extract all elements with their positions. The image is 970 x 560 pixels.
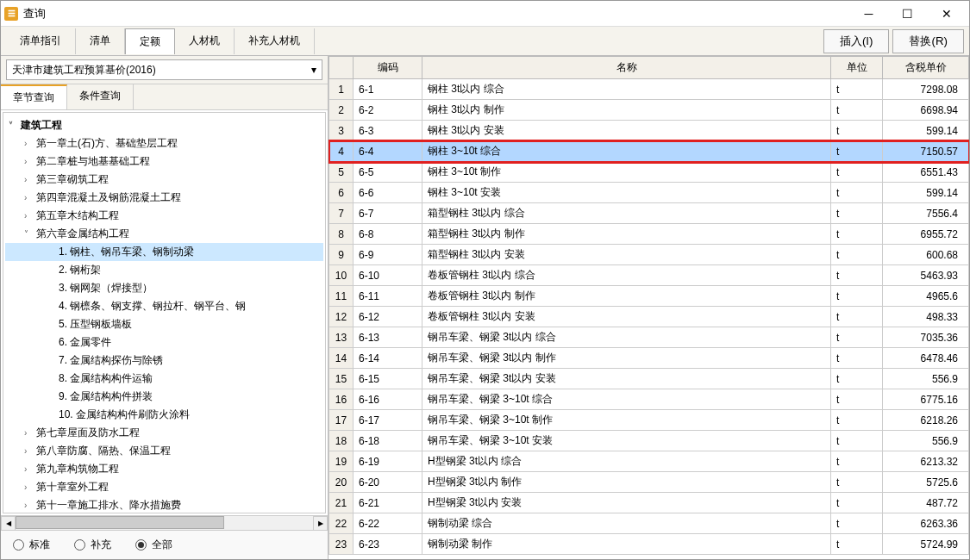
- cell-price[interactable]: 556.9: [883, 369, 969, 389]
- caret-down-icon[interactable]: ˅: [9, 121, 21, 130]
- cell-name[interactable]: 钢制动梁 制作: [422, 534, 831, 555]
- cell-name[interactable]: H型钢梁 3t以内 安装: [422, 493, 831, 513]
- table-row[interactable]: 96-9箱型钢柱 3t以内 安装t600.68: [329, 245, 969, 265]
- radio-2[interactable]: 全部: [135, 538, 172, 552]
- table-row[interactable]: 26-2钢柱 3t以内 制作t6698.94: [329, 100, 969, 121]
- cell-unit[interactable]: t: [831, 410, 883, 431]
- cell-unit[interactable]: t: [831, 327, 883, 348]
- cell-code[interactable]: 6-6: [354, 183, 422, 203]
- cell-unit[interactable]: t: [831, 493, 883, 513]
- cell-unit[interactable]: t: [831, 183, 883, 203]
- cell-price[interactable]: 7298.08: [883, 79, 969, 100]
- cell-name[interactable]: 钢吊车梁、钢梁 3t以内 安装: [422, 369, 831, 389]
- tree-node[interactable]: ›第二章桩与地基基础工程: [5, 152, 323, 171]
- cell-price[interactable]: 487.72: [883, 493, 969, 513]
- cell-name[interactable]: 钢吊车梁、钢梁 3t以内 综合: [422, 327, 831, 348]
- tree-node[interactable]: 8. 金属结构构件运输: [5, 370, 323, 388]
- cell-price[interactable]: 7150.57: [883, 141, 969, 162]
- cell-name[interactable]: 钢柱 3~10t 制作: [422, 162, 831, 183]
- cell-price[interactable]: 599.14: [883, 121, 969, 141]
- cell-code[interactable]: 6-1: [354, 79, 422, 100]
- sub-tab-0[interactable]: 章节查询: [1, 84, 67, 109]
- tree-node[interactable]: 4. 钢檩条、钢支撑、钢拉杆、钢平台、钢: [5, 297, 323, 315]
- cell-code[interactable]: 6-21: [354, 493, 422, 513]
- cell-price[interactable]: 498.33: [883, 307, 969, 327]
- tree-node[interactable]: 3. 钢网架（焊接型）: [5, 279, 323, 297]
- cell-unit[interactable]: t: [831, 286, 883, 307]
- tree-node[interactable]: ›第八章防腐、隔热、保温工程: [5, 442, 323, 460]
- table-row[interactable]: 126-12卷板管钢柱 3t以内 安装t498.33: [329, 307, 969, 327]
- pricebook-dropdown[interactable]: 天津市建筑工程预算基价(2016) ▾: [6, 59, 322, 80]
- cell-name[interactable]: 钢柱 3~10t 综合: [422, 141, 831, 162]
- caret-right-icon[interactable]: ›: [24, 464, 36, 474]
- cell-name[interactable]: 钢柱 3t以内 综合: [422, 79, 831, 100]
- cell-unit[interactable]: t: [831, 100, 883, 121]
- cell-price[interactable]: 5725.6: [883, 472, 969, 493]
- cell-price[interactable]: 6775.16: [883, 389, 969, 410]
- table-row[interactable]: 226-22钢制动梁 综合t6263.36: [329, 513, 969, 534]
- tree-node[interactable]: 6. 金属零件: [5, 333, 323, 352]
- cell-code[interactable]: 6-7: [354, 203, 422, 224]
- cell-name[interactable]: 箱型钢柱 3t以内 安装: [422, 245, 831, 265]
- cell-code[interactable]: 6-5: [354, 162, 422, 183]
- cell-unit[interactable]: t: [831, 369, 883, 389]
- tree-node[interactable]: 2. 钢桁架: [5, 261, 323, 279]
- horizontal-scrollbar[interactable]: ◀ ▶: [1, 515, 328, 530]
- tree-node[interactable]: 9. 金属结构构件拼装: [5, 388, 323, 406]
- table-row[interactable]: 216-21H型钢梁 3t以内 安装t487.72: [329, 493, 969, 513]
- replace-button[interactable]: 替换(R): [892, 29, 964, 53]
- cell-code[interactable]: 6-17: [354, 410, 422, 431]
- cell-unit[interactable]: t: [831, 224, 883, 245]
- cell-name[interactable]: 钢柱 3t以内 安装: [422, 121, 831, 141]
- toolbar-tab-0[interactable]: 清单指引: [6, 28, 76, 54]
- cell-code[interactable]: 6-16: [354, 389, 422, 410]
- cell-name[interactable]: 箱型钢柱 3t以内 综合: [422, 203, 831, 224]
- cell-name[interactable]: 钢吊车梁、钢梁 3~10t 综合: [422, 389, 831, 410]
- caret-right-icon[interactable]: ›: [24, 428, 36, 438]
- caret-right-icon[interactable]: ›: [24, 175, 36, 184]
- caret-right-icon[interactable]: ›: [24, 211, 36, 221]
- maximize-button[interactable]: ☐: [888, 2, 927, 26]
- cell-unit[interactable]: t: [831, 265, 883, 286]
- cell-price[interactable]: 7035.36: [883, 327, 969, 348]
- table-row[interactable]: 76-7箱型钢柱 3t以内 综合t7556.4: [329, 203, 969, 224]
- insert-button[interactable]: 插入(I): [823, 29, 890, 53]
- cell-name[interactable]: 钢柱 3~10t 安装: [422, 183, 831, 203]
- table-row[interactable]: 46-4钢柱 3~10t 综合t7150.57: [329, 141, 969, 162]
- cell-unit[interactable]: t: [831, 472, 883, 493]
- cell-price[interactable]: 6955.72: [883, 224, 969, 245]
- tree-node[interactable]: ˅第六章金属结构工程: [5, 225, 323, 243]
- header-unit[interactable]: 单位: [831, 57, 883, 79]
- table-row[interactable]: 186-18钢吊车梁、钢梁 3~10t 安装t556.9: [329, 431, 969, 451]
- cell-price[interactable]: 7556.4: [883, 203, 969, 224]
- cell-unit[interactable]: t: [831, 245, 883, 265]
- cell-code[interactable]: 6-9: [354, 245, 422, 265]
- toolbar-tab-4[interactable]: 补充人材机: [235, 28, 315, 54]
- table-row[interactable]: 206-20H型钢梁 3t以内 制作t5725.6: [329, 472, 969, 493]
- cell-code[interactable]: 6-15: [354, 369, 422, 389]
- tree-node[interactable]: ˅建筑工程: [5, 116, 323, 134]
- cell-code[interactable]: 6-14: [354, 348, 422, 369]
- cell-name[interactable]: H型钢梁 3t以内 综合: [422, 451, 831, 472]
- tree-node[interactable]: 7. 金属结构探伤与除锈: [5, 352, 323, 370]
- cell-unit[interactable]: t: [831, 431, 883, 451]
- cell-unit[interactable]: t: [831, 389, 883, 410]
- cell-name[interactable]: 钢吊车梁、钢梁 3~10t 安装: [422, 431, 831, 451]
- tree-node[interactable]: 5. 压型钢板墙板: [5, 315, 323, 333]
- cell-code[interactable]: 6-22: [354, 513, 422, 534]
- cell-code[interactable]: 6-2: [354, 100, 422, 121]
- cell-unit[interactable]: t: [831, 141, 883, 162]
- cell-name[interactable]: 钢吊车梁、钢梁 3~10t 制作: [422, 410, 831, 431]
- cell-code[interactable]: 6-20: [354, 472, 422, 493]
- tree-node[interactable]: ›第一章土(石)方、基础垫层工程: [5, 134, 323, 152]
- cell-name[interactable]: 钢柱 3t以内 制作: [422, 100, 831, 121]
- cell-price[interactable]: 6698.94: [883, 100, 969, 121]
- cell-code[interactable]: 6-10: [354, 265, 422, 286]
- cell-unit[interactable]: t: [831, 307, 883, 327]
- cell-price[interactable]: 600.68: [883, 245, 969, 265]
- cell-name[interactable]: H型钢梁 3t以内 制作: [422, 472, 831, 493]
- table-row[interactable]: 86-8箱型钢柱 3t以内 制作t6955.72: [329, 224, 969, 245]
- tree-node[interactable]: ›第十章室外工程: [5, 478, 323, 496]
- cell-price[interactable]: 5724.99: [883, 534, 969, 555]
- cell-unit[interactable]: t: [831, 534, 883, 555]
